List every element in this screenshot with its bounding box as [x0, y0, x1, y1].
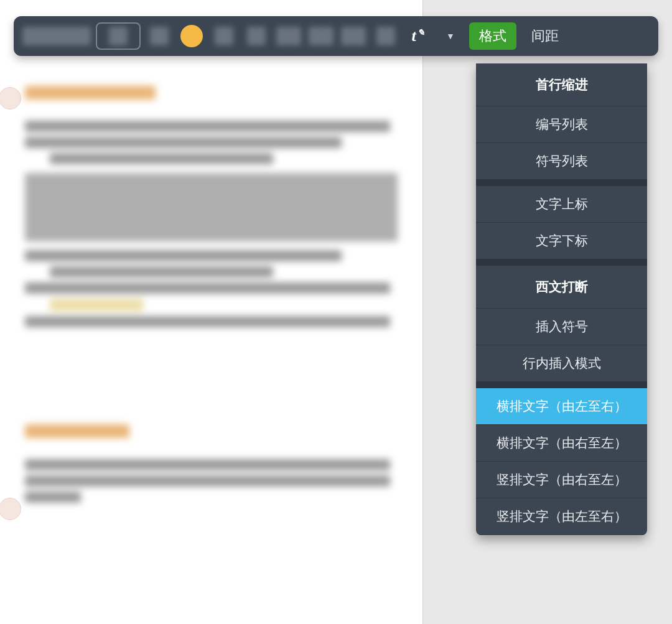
toolbar-item-blurred[interactable] — [243, 22, 270, 50]
toolbar-item-blurred[interactable] — [275, 22, 302, 50]
toolbar-item-blurred[interactable] — [372, 22, 399, 50]
format-button-label: 格式 — [479, 27, 506, 45]
dropdown-caret-icon[interactable]: ▼ — [437, 22, 464, 50]
dropdown-separator — [476, 259, 647, 266]
dropdown-header: 西文打断 — [476, 266, 647, 309]
dropdown-header: 首行缩进 — [476, 63, 647, 106]
document-content-blurred — [0, 0, 422, 533]
dropdown-item-inline-insert-mode[interactable]: 行内插入模式 — [476, 345, 647, 382]
dropdown-separator — [476, 382, 647, 388]
format-dropdown-menu: 首行缩进 编号列表 符号列表 文字上标 文字下标 西文打断 插入符号 行内插入模… — [476, 63, 647, 535]
dropdown-item-superscript[interactable]: 文字上标 — [476, 186, 647, 223]
dropdown-item-bulleted-list[interactable]: 符号列表 — [476, 143, 647, 180]
dropdown-item-insert-symbol[interactable]: 插入符号 — [476, 309, 647, 345]
spacing-button-label: 间距 — [531, 27, 559, 45]
dropdown-item-numbered-list[interactable]: 编号列表 — [476, 106, 647, 143]
dropdown-item-vertical-ltr[interactable]: 竖排文字（由左至右） — [476, 498, 647, 535]
dropdown-item-horizontal-rtl[interactable]: 横排文字（由右至左） — [476, 425, 647, 462]
toolbar-item-blurred[interactable] — [146, 22, 173, 50]
formatting-toolbar: t✎ ▼ 格式 间距 — [14, 16, 658, 56]
dropdown-item-horizontal-ltr[interactable]: 横排文字（由左至右） — [476, 388, 647, 425]
toolbar-color-swatch[interactable] — [178, 22, 205, 50]
spacing-button[interactable]: 间距 — [521, 22, 569, 50]
dropdown-separator — [476, 180, 647, 186]
toolbar-item-blurred[interactable] — [307, 22, 335, 50]
text-icon: t✎ — [411, 27, 424, 45]
toolbar-item-blurred[interactable] — [210, 22, 238, 50]
toolbar-item-blurred[interactable] — [340, 22, 367, 50]
text-style-button[interactable]: t✎ — [404, 22, 432, 50]
format-button[interactable]: 格式 — [469, 22, 516, 50]
dropdown-item-vertical-rtl[interactable]: 竖排文字（由右至左） — [476, 462, 647, 498]
toolbar-item-blurred[interactable] — [22, 22, 91, 50]
toolbar-item-outlined[interactable] — [96, 22, 141, 50]
document-page — [0, 0, 423, 624]
dropdown-item-subscript[interactable]: 文字下标 — [476, 223, 647, 259]
